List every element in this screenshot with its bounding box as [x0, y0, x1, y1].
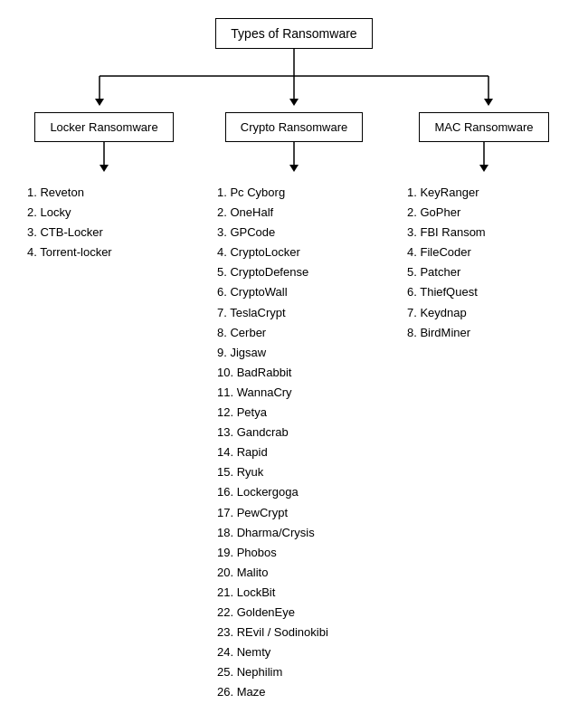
list-item: 8. Cerber [217, 323, 380, 343]
list-item: 3. GPCode [217, 223, 380, 243]
list-item: 2. OneHalf [217, 203, 380, 223]
mac-node: MAC Ransomware [419, 112, 548, 142]
list-item: 24. Nemty [217, 642, 380, 662]
svg-marker-9 [100, 165, 109, 172]
crypto-list: 1. Pc Cyborg 2. OneHalf 3. GPCode 4. Cry… [208, 183, 380, 704]
list-item: 4. CryptoLocker [217, 243, 380, 262]
list-item: 21. LockBit [217, 583, 380, 603]
locker-list: 1. Reveton 2. Locky 3. CTB-Locker 4. Tor… [18, 183, 190, 262]
list-item: 20. Malito [217, 563, 380, 583]
locker-arrow [99, 142, 109, 174]
list-item: 3. CTB-Locker [27, 223, 190, 243]
list-item: 23. REvil / Sodinokibi [217, 623, 380, 642]
crypto-arrow [289, 142, 299, 174]
list-item: 11. WannaCry [217, 383, 380, 403]
list-item: 4. FileCoder [407, 243, 570, 262]
mac-column: MAC Ransomware 1. KeyRanger 2. GoPher 3.… [398, 112, 570, 343]
locker-label: Locker Ransomware [50, 120, 157, 134]
list-item: 13. Gandcrab [217, 423, 380, 442]
list-item: 15. Ryuk [217, 462, 380, 482]
svg-marker-11 [289, 165, 299, 172]
root-row: Types of Ransomware [9, 18, 579, 49]
list-item: 6. ThiefQuest [407, 282, 570, 302]
root-node: Types of Ransomware [215, 18, 372, 49]
list-item: 14. Rapid [217, 442, 380, 462]
list-item: 18. Dharma/Crysis [217, 523, 380, 543]
list-item: 5. Patcher [407, 262, 570, 282]
crypto-column: Crypto Ransomware 1. Pc Cyborg 2. OneHal… [208, 112, 380, 704]
list-item: 8. BirdMiner [407, 323, 570, 343]
list-item: 7. Keydnap [407, 303, 570, 323]
list-item: 17. PewCrypt [217, 503, 380, 523]
root-connectors [9, 49, 579, 112]
mac-list: 1. KeyRanger 2. GoPher 3. FBI Ransom 4. … [398, 183, 570, 343]
list-item: 19. Phobos [217, 543, 380, 563]
mac-arrow [479, 142, 489, 174]
list-item: 10. BadRabbit [217, 363, 380, 383]
svg-marker-13 [479, 165, 488, 172]
crypto-node: Crypto Ransomware [225, 112, 364, 142]
list-item: 7. TeslaCrypt [217, 303, 380, 323]
crypto-label: Crypto Ransomware [241, 120, 348, 134]
svg-marker-3 [95, 99, 104, 106]
list-item: 26. Maze [217, 682, 380, 702]
list-item: 2. GoPher [407, 203, 570, 223]
list-item: 4. Torrent-locker [27, 243, 190, 262]
list-item: 1. KeyRanger [407, 183, 570, 203]
svg-marker-7 [484, 99, 493, 106]
list-item: 1. Reveton [27, 183, 190, 203]
list-item: 2. Locky [27, 203, 190, 223]
list-item: 3. FBI Ransom [407, 223, 570, 243]
list-item: 5. CryptoDefense [217, 262, 380, 282]
list-item: 6. CryptoWall [217, 282, 380, 302]
list-item: 22. GoldenEye [217, 603, 380, 623]
list-item: 16. Lockergoga [217, 482, 380, 502]
children-row: Locker Ransomware 1. Reveton 2. Locky 3.… [9, 112, 579, 704]
list-item: 9. Jigsaw [217, 343, 380, 363]
mac-label: MAC Ransomware [434, 120, 533, 134]
locker-column: Locker Ransomware 1. Reveton 2. Locky 3.… [18, 112, 190, 262]
locker-node: Locker Ransomware [34, 112, 173, 142]
list-item: 12. Petya [217, 403, 380, 423]
list-item: 25. Nephilim [217, 662, 380, 682]
ransomware-diagram: Types of Ransomware Locker Ransomware [9, 18, 579, 704]
list-item: 1. Pc Cyborg [217, 183, 380, 203]
svg-marker-5 [289, 99, 299, 106]
